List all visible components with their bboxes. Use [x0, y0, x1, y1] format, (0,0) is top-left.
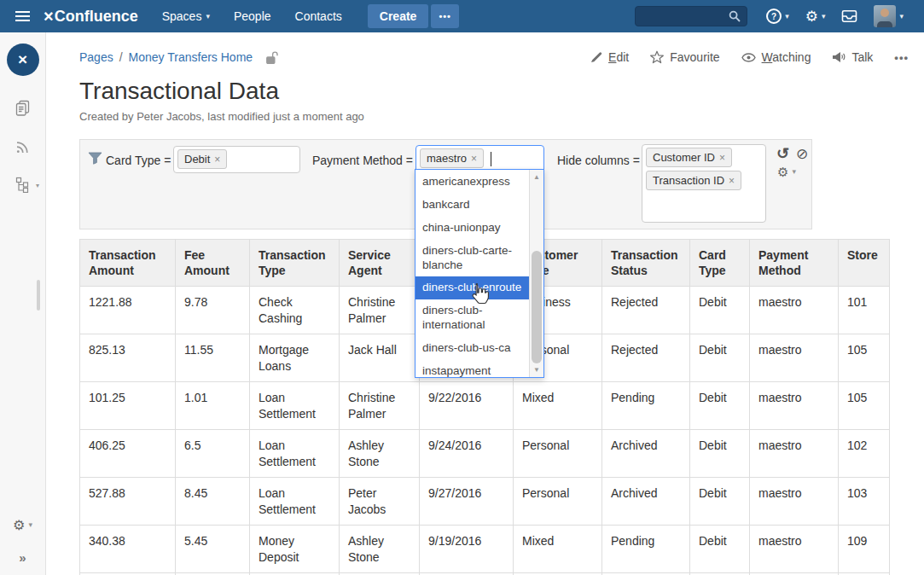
undo-filters-icon[interactable]: ↺ — [776, 146, 789, 161]
confluence-logo[interactable]: × Confluence — [44, 8, 138, 26]
chevron-down-icon: ▾ — [822, 13, 826, 20]
column-header-transaction-amount[interactable]: Transaction Amount — [80, 240, 176, 287]
filter-tag-customer-id: Customer ID × — [646, 148, 732, 167]
create-button[interactable]: Create — [368, 4, 429, 28]
search-box[interactable] — [635, 6, 747, 26]
cell: Debit — [690, 287, 750, 334]
cell: 109 — [839, 526, 890, 573]
sidebar-scrollbar[interactable] — [37, 280, 40, 311]
table-row: 527.888.45Loan SettlementPeter Jacobs9/2… — [80, 478, 890, 526]
sidebar-icons: ▾ — [14, 99, 32, 196]
space-sidebar: × ▾ ⚙ ▾ » — [0, 32, 46, 575]
nav-spaces[interactable]: Spaces ▾ — [162, 9, 210, 23]
text-cursor — [491, 152, 491, 166]
notifications-tray-icon — [841, 9, 857, 23]
cell: Rejected — [602, 334, 690, 382]
cell: Ashley Stone — [340, 526, 420, 573]
dropdown-option[interactable]: americanexpress — [416, 171, 530, 194]
chevron-down-icon: ▾ — [28, 521, 32, 529]
dropdown-option[interactable]: diners-club-carte-blanche — [416, 240, 530, 277]
cell: Ashley Stone — [340, 430, 420, 478]
filter-settings-button[interactable]: ⚙ ▾ — [777, 166, 796, 178]
sidebar-expand-button[interactable]: » — [19, 550, 26, 565]
dropdown-option[interactable]: diners-club-us-ca — [416, 337, 530, 360]
edit-button[interactable]: Edit — [590, 50, 629, 64]
brand-name: Confluence — [55, 8, 138, 26]
search-input[interactable] — [642, 9, 729, 24]
remove-tag-icon[interactable]: × — [729, 176, 735, 186]
dropdown-option[interactable]: instapayment — [416, 360, 530, 377]
nav-people[interactable]: People — [234, 9, 271, 23]
help-menu[interactable]: ? ▾ — [766, 9, 789, 24]
filter-funnel-icon — [88, 152, 102, 168]
column-header-transaction-type[interactable]: Transaction Type — [250, 240, 340, 287]
cell: maestro — [750, 526, 839, 573]
dropdown-scrollbar[interactable]: ▲ ▼ — [529, 170, 543, 377]
dropdown-option[interactable]: diners-club-international — [416, 299, 530, 337]
column-header-store[interactable]: Store — [839, 240, 890, 287]
space-logo[interactable]: × — [7, 44, 39, 76]
remove-tag-icon[interactable]: × — [719, 153, 725, 163]
user-menu[interactable]: ▾ — [874, 5, 904, 27]
top-navigation-bar: × Confluence Spaces ▾ People Contacts Cr… — [0, 0, 924, 32]
column-header-payment-method[interactable]: Payment Method — [750, 240, 839, 287]
cell: 527.88 — [80, 478, 176, 526]
chevron-down-icon: ▾ — [785, 13, 789, 20]
sidebar-item-blog[interactable] — [15, 138, 32, 159]
cell: maestro — [750, 382, 839, 430]
column-header-service-agent[interactable]: Service Agent — [340, 240, 420, 287]
breadcrumb-separator: / — [119, 50, 123, 64]
cell: 101 — [839, 287, 890, 334]
cell: 11.55 — [176, 334, 250, 382]
scroll-down-icon[interactable]: ▼ — [530, 366, 543, 374]
cell: Rejected — [602, 287, 690, 334]
clear-filters-icon[interactable]: ⊘ — [796, 147, 808, 161]
cell: Peter Jacobs — [340, 478, 420, 526]
cell: Christine Palmer — [340, 287, 420, 334]
remove-tag-icon[interactable]: × — [471, 154, 477, 164]
breadcrumb-space-home-link[interactable]: Money Transfers Home — [129, 50, 253, 64]
nav-contacts[interactable]: Contacts — [295, 9, 342, 23]
confluence-x-icon: × — [44, 8, 54, 25]
payment-method-dropdown: americanexpress bankcard china-unionpay … — [415, 169, 544, 378]
pencil-icon — [590, 51, 602, 63]
cell: Mixed — [514, 526, 602, 573]
remove-tag-icon[interactable]: × — [214, 154, 220, 165]
card-type-filter-input[interactable]: Debit × — [173, 146, 300, 173]
cell: maestro — [750, 430, 839, 478]
scrollbar-thumb[interactable] — [532, 251, 542, 363]
sidebar-item-hierarchy[interactable]: ▾ — [15, 177, 30, 196]
unrestricted-lock-icon[interactable] — [265, 50, 278, 65]
cell: 1221.88 — [80, 287, 176, 334]
cell: Debit — [690, 382, 750, 430]
page-more-actions-button[interactable]: ••• — [894, 51, 909, 64]
confluence-app: × Confluence Spaces ▾ People Contacts Cr… — [0, 0, 924, 575]
sidebar-item-pages[interactable] — [14, 99, 32, 120]
dropdown-option-highlighted[interactable]: diners-club-enroute — [416, 276, 530, 299]
sidebar-bottom: ⚙ ▾ » — [0, 517, 45, 575]
breadcrumb-pages-link[interactable]: Pages — [79, 50, 113, 64]
cell: 105 — [839, 334, 890, 382]
hide-columns-filter-input[interactable]: Customer ID × Transaction ID × — [642, 144, 766, 223]
cell: Loan Settlement — [250, 430, 340, 478]
notifications-button[interactable] — [841, 9, 857, 23]
dropdown-option[interactable]: bankcard — [416, 194, 530, 217]
talk-button[interactable]: Talk — [832, 50, 873, 64]
column-header-transaction-status[interactable]: Transaction Status — [602, 240, 690, 287]
dropdown-options-list: americanexpress bankcard china-unionpay … — [416, 171, 530, 377]
space-settings-button[interactable]: ⚙ ▾ — [13, 517, 32, 533]
column-header-card-type[interactable]: Card Type — [690, 240, 750, 287]
settings-menu[interactable]: ⚙ ▾ — [805, 9, 826, 24]
filter-tag-maestro: maestro × — [420, 148, 484, 168]
cell: Archived — [602, 430, 690, 478]
cell: 9/22/2016 — [420, 382, 514, 430]
dropdown-option[interactable]: china-unionpay — [416, 217, 530, 240]
cell: maestro — [750, 287, 839, 334]
watching-button[interactable]: Watching — [741, 50, 811, 64]
favourite-button[interactable]: Favourite — [650, 50, 719, 64]
hamburger-menu-icon[interactable] — [15, 15, 30, 17]
scroll-up-icon[interactable]: ▲ — [530, 173, 543, 181]
column-header-fee-amount[interactable]: Fee Amount — [176, 240, 250, 287]
top-nav-menu: Spaces ▾ People Contacts — [162, 9, 342, 23]
create-more-button[interactable]: ••• — [431, 4, 459, 28]
